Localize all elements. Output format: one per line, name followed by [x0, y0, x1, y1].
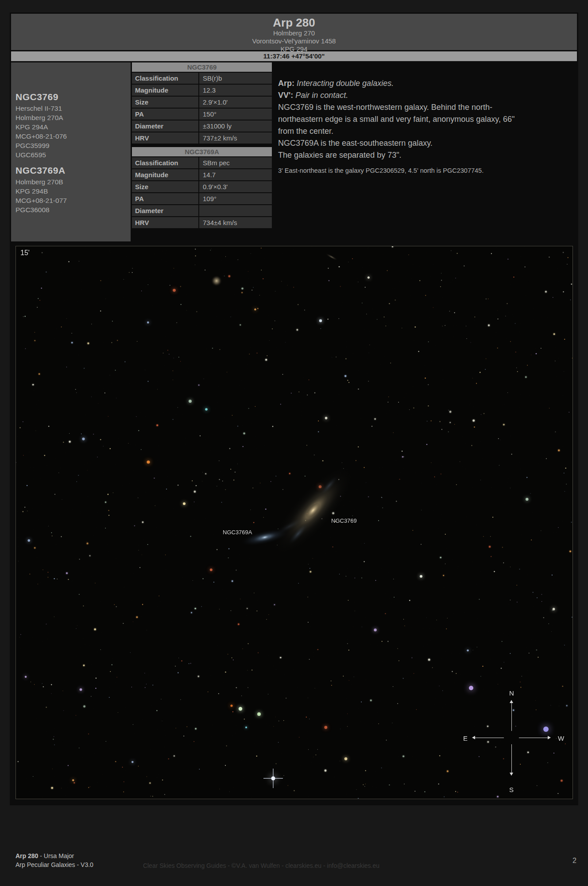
- compass-north-label: N: [509, 689, 514, 697]
- row-label: Size: [132, 181, 198, 192]
- alias: Holmberg 270B: [15, 177, 126, 187]
- arp-label: Arp: [278, 79, 292, 88]
- compass-line: [475, 738, 504, 738]
- row-label: Classification: [132, 157, 198, 168]
- vv-text: Pair in contact.: [295, 91, 348, 100]
- primary-galaxy-name: NGC3769: [15, 92, 126, 102]
- vv-label: VV': [278, 91, 290, 100]
- alias: PGC36008: [15, 205, 126, 214]
- table-ngc3769: NGC3769 Classification SB(r)b Magnitude …: [132, 62, 272, 144]
- alias: MCG+08-21-076: [15, 132, 126, 141]
- compass-west-label: W: [558, 734, 564, 742]
- table-row: Diameter ±31000 ly: [132, 120, 272, 132]
- compass-line: [511, 744, 512, 773]
- vv-description: VV': Pair in contact.: [278, 89, 573, 101]
- row-label: Diameter: [132, 205, 198, 216]
- row-value: 14.7: [199, 169, 272, 180]
- table-row: Magnitude 14.7: [132, 169, 272, 180]
- compass-south-label: S: [509, 786, 514, 793]
- compass-rose: N E W S: [463, 689, 563, 794]
- designations-panel: NGC3769 Herschel II-731 Holmberg 270A KP…: [11, 62, 131, 241]
- sky-image: 15' NGC3769A NGC3769 N E W S: [15, 246, 573, 799]
- object-header: Arp 280 Holmberg 270 Vorontsov-Vel'yamin…: [11, 14, 577, 50]
- arp-description: Arp: Interacting double galaxies.: [278, 78, 573, 89]
- scale-label: 15': [20, 249, 30, 257]
- table-row: Diameter: [132, 205, 272, 216]
- nearby-galaxies-note: 3' East-northeast is the galaxy PGC23065…: [278, 167, 573, 175]
- arp-text: Interacting double galaxies.: [297, 79, 394, 88]
- alias: KPG 294A: [15, 122, 126, 132]
- footer-region: - Ursa Major: [38, 852, 74, 859]
- page: Arp 280 Holmberg 270 Vorontsov-Vel'yamin…: [0, 0, 588, 886]
- secondary-galaxy-name: NGC3769A: [15, 165, 126, 176]
- description-line: NGC3769 is the west-northwestern galaxy.…: [278, 101, 573, 113]
- row-label: Size: [132, 97, 198, 108]
- row-value: 737±2 km/s: [199, 132, 272, 144]
- row-value: 734±4 km/s: [199, 217, 272, 228]
- compass-south-arrow: [510, 773, 513, 776]
- footer-object-line: Arp 280 - Ursa Major: [15, 851, 93, 860]
- table-row: Magnitude 12.3: [132, 85, 272, 96]
- row-value: 2.9'×1.0': [199, 97, 272, 108]
- table-row: PA 150°: [132, 109, 272, 120]
- row-label: Classification: [132, 73, 198, 84]
- row-value: 150°: [199, 109, 272, 120]
- row-label: Magnitude: [132, 169, 198, 180]
- row-value: 109°: [199, 193, 272, 204]
- alias: MCG+08-21-077: [15, 196, 126, 205]
- row-label: PA: [132, 109, 198, 120]
- alias: PGC35999: [15, 141, 126, 150]
- info-section: NGC3769 Herschel II-731 Holmberg 270A KP…: [11, 62, 577, 241]
- label-ngc3769: NGC3769: [331, 517, 357, 524]
- compass-line: [519, 738, 548, 738]
- table-ngc3769a: NGC3769A Classification SBm pec Magnitud…: [132, 147, 272, 228]
- row-value: SB(r)b: [199, 73, 272, 84]
- row-label: HRV: [132, 217, 198, 228]
- alias: UGC6595: [15, 150, 126, 159]
- row-value: [199, 205, 272, 216]
- footer-object: Arp 280: [15, 852, 38, 859]
- table-row: HRV 734±4 km/s: [132, 217, 272, 228]
- compass-west-arrow: [548, 736, 551, 739]
- alias: Holmberg 270A: [15, 113, 126, 122]
- table-title: NGC3769: [132, 62, 272, 72]
- table-row: HRV 737±2 km/s: [132, 132, 272, 144]
- separator: :: [292, 79, 297, 88]
- data-tables-column: NGC3769 Classification SB(r)b Magnitude …: [132, 62, 272, 241]
- coordinates-bar: 11:37:46 +47°54'00": [11, 51, 577, 61]
- alias: KPG 294B: [15, 187, 126, 196]
- description-line: northeastern edge is a small and very fa…: [278, 113, 573, 125]
- description-panel: Arp: Interacting double galaxies. VV': P…: [272, 62, 577, 241]
- page-number: 2: [573, 857, 576, 865]
- table-title: NGC3769A: [132, 147, 272, 156]
- row-label: Diameter: [132, 120, 198, 132]
- row-value: ±31000 ly: [199, 120, 272, 132]
- table-row: Classification SBm pec: [132, 157, 272, 168]
- alias: Herschel II-731: [15, 104, 126, 113]
- compass-east-label: E: [463, 734, 468, 742]
- compass-line: [511, 703, 512, 731]
- row-label: Magnitude: [132, 85, 198, 96]
- description-line: The galaxies are separated by 73".: [278, 149, 573, 161]
- footer-credit: Clear Skies Observing Guides - ©V.A. van…: [0, 862, 522, 869]
- row-label: PA: [132, 193, 198, 204]
- description-line: NGC3769A is the east-southeastern galaxy…: [278, 137, 573, 149]
- table-row: Classification SB(r)b: [132, 73, 272, 84]
- alt-designation: Vorontsov-Vel'yaminov 1458: [11, 37, 577, 45]
- label-ngc3769a: NGC3769A: [223, 529, 252, 536]
- separator: :: [290, 91, 295, 100]
- description-line: from the center.: [278, 125, 573, 137]
- row-value: 0.9'×0.3': [199, 181, 272, 192]
- table-row: PA 109°: [132, 193, 272, 204]
- alt-designation: Holmberg 270: [11, 29, 577, 37]
- table-row: Size 0.9'×0.3': [132, 181, 272, 192]
- page-title: Arp 280: [11, 16, 577, 29]
- row-value: 12.3: [199, 85, 272, 96]
- row-label: HRV: [132, 132, 198, 144]
- table-row: Size 2.9'×1.0': [132, 97, 272, 108]
- row-value: SBm pec: [199, 157, 272, 168]
